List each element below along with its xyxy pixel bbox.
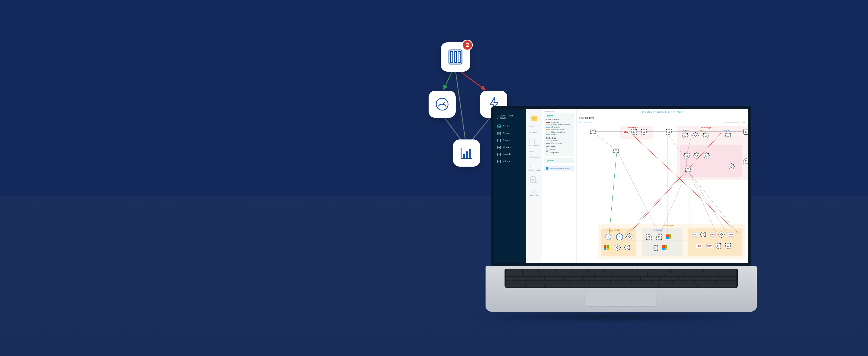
node-device[interactable] bbox=[656, 234, 662, 240]
primary-nav: · · | · · | · · CISCO CYBER VISION ◎Expl… bbox=[494, 109, 526, 263]
node-device[interactable] bbox=[704, 153, 709, 158]
nav-events[interactable]: ▭Events bbox=[494, 137, 526, 144]
rail-active[interactable]: ▣ bbox=[531, 116, 537, 121]
groups-icon: ▣ bbox=[530, 176, 536, 182]
node-device[interactable] bbox=[694, 153, 699, 158]
zoom-slider[interactable] bbox=[724, 122, 740, 123]
node-device[interactable] bbox=[719, 232, 724, 237]
nav-explore[interactable]: ◎Explore bbox=[494, 123, 526, 130]
laptop: · · | · · | · · CISCO CYBER VISION ◎Expl… bbox=[486, 106, 757, 312]
legend-important: Important bbox=[552, 121, 559, 123]
rail-riskscore[interactable]: ▢RISK SCORE bbox=[529, 126, 539, 134]
crumb-explore[interactable]: Explore bbox=[645, 111, 652, 113]
legend-traffic-content-h: Traffic content bbox=[546, 119, 572, 120]
nav-admin[interactable]: ⚙Admin bbox=[494, 158, 526, 165]
chip-new[interactable]: NEW bbox=[706, 244, 712, 248]
laptop-base bbox=[486, 266, 757, 312]
node-component[interactable] bbox=[744, 129, 748, 135]
legend-others: Others bbox=[552, 134, 557, 136]
server-card: 2 bbox=[441, 42, 470, 71]
group-engstaf[interactable]: ENG-STAF bbox=[642, 229, 682, 256]
legend-device: Device bbox=[550, 149, 555, 151]
node-device[interactable] bbox=[615, 245, 620, 250]
chip-new[interactable]: NEW bbox=[710, 232, 716, 237]
chevron-down-icon: ▾ bbox=[673, 111, 674, 113]
server-icon bbox=[447, 48, 464, 66]
windows-icon[interactable] bbox=[662, 245, 667, 250]
legend-row: Control system behavior bbox=[546, 124, 572, 126]
node-device[interactable] bbox=[666, 129, 672, 135]
activity-icon: ∿ bbox=[528, 164, 533, 169]
rail-networks[interactable]: ⋔NETWORKS bbox=[529, 139, 539, 146]
group-label-building-f: Building F bbox=[702, 126, 712, 129]
monitor-icon: ◉ bbox=[497, 146, 501, 149]
node-antenna-icon[interactable]: ⟐ bbox=[605, 234, 611, 240]
node-device[interactable] bbox=[703, 133, 709, 138]
chip-new[interactable]: NEW bbox=[696, 244, 702, 248]
legend-node-type-h: Node type bbox=[546, 146, 572, 148]
chip-new[interactable]: NEW bbox=[691, 232, 697, 237]
chevron-down-icon: ▾ bbox=[653, 111, 654, 113]
group-sub[interactable] bbox=[680, 145, 742, 177]
show-network-activities[interactable]: Show network activities bbox=[544, 166, 574, 171]
network-map[interactable]: Building E NEW Building F RACK MAINT Top… bbox=[577, 123, 748, 263]
crumb-link-icon: ⊚ bbox=[642, 111, 643, 113]
side-panel: Building B, G, F Legend ˄ Traffic conten… bbox=[542, 109, 577, 263]
chip-new[interactable]: NEW bbox=[623, 130, 629, 134]
node-device[interactable] bbox=[682, 133, 688, 138]
node-device[interactable] bbox=[641, 129, 647, 135]
options-panel: Options ˄ bbox=[544, 158, 574, 164]
legend-row: Others bbox=[546, 134, 572, 136]
svg-rect-13 bbox=[463, 154, 465, 158]
node-device[interactable] bbox=[624, 245, 630, 250]
node-device[interactable] bbox=[716, 243, 721, 248]
node-device[interactable] bbox=[684, 153, 689, 158]
node-device[interactable] bbox=[744, 158, 748, 164]
node-device[interactable] bbox=[590, 129, 596, 134]
node-device[interactable] bbox=[613, 148, 619, 153]
swatch-important bbox=[546, 122, 550, 123]
node-device[interactable] bbox=[627, 234, 632, 239]
rail-sensors[interactable]: ▯SENSORS bbox=[530, 189, 538, 196]
document-icon: ▤ bbox=[497, 131, 501, 135]
chevron-up-icon: ˄ bbox=[571, 115, 572, 117]
trackpad bbox=[586, 291, 656, 307]
node-device[interactable] bbox=[653, 245, 658, 251]
node-device[interactable] bbox=[646, 234, 652, 240]
tag-topvl: Top VL bbox=[723, 129, 731, 131]
rail-activitytags-label: ACTIVITY TAGS bbox=[528, 169, 540, 171]
node-device[interactable] bbox=[725, 243, 731, 248]
swatch-device bbox=[546, 148, 548, 151]
nav-search[interactable]: ⌕Search bbox=[494, 151, 526, 158]
search-icon: ⌕ bbox=[497, 153, 501, 156]
node-hub-icon[interactable]: h bbox=[616, 233, 623, 240]
legend-row: Network functions bbox=[546, 129, 572, 130]
legend-header[interactable]: Legend ˄ bbox=[546, 115, 572, 117]
crumb-building[interactable]: Building B, G, F bbox=[657, 111, 672, 113]
windows-icon[interactable] bbox=[604, 245, 609, 250]
svg-rect-15 bbox=[469, 149, 471, 158]
checkbox-checked-icon bbox=[546, 167, 549, 170]
legend-title: Legend bbox=[546, 115, 553, 117]
nav-monitor[interactable]: ◉Monitor bbox=[494, 144, 526, 151]
svg-line-0 bbox=[443, 72, 452, 90]
crumb-map[interactable]: Map bbox=[677, 111, 681, 113]
options-header[interactable]: Options ˄ bbox=[546, 159, 572, 162]
node-device[interactable] bbox=[701, 232, 706, 237]
zoom-value: 1.00 bbox=[742, 121, 745, 123]
node-device[interactable] bbox=[693, 133, 698, 138]
group-label-building-b: Building B bbox=[663, 224, 674, 227]
options-title: Options bbox=[546, 159, 554, 162]
group-energy[interactable]: Energy MGMT bbox=[601, 229, 637, 256]
windows-icon[interactable] bbox=[666, 234, 671, 239]
legend-row: Important bbox=[546, 121, 572, 123]
node-device[interactable] bbox=[728, 164, 734, 169]
rail-activitytags[interactable]: ∿ACTIVITY TAGS bbox=[528, 164, 540, 171]
node-device[interactable] bbox=[685, 167, 691, 172]
node-device[interactable] bbox=[631, 129, 637, 135]
chip-new[interactable]: NEW bbox=[728, 232, 734, 237]
nav-reports[interactable]: ▤Reports bbox=[494, 130, 526, 137]
node-device[interactable] bbox=[725, 133, 731, 138]
rail-devicetags[interactable]: ◇DEVICE TAGS bbox=[529, 151, 539, 158]
rail-groups[interactable]: ▣GROUPS bbox=[530, 176, 537, 183]
